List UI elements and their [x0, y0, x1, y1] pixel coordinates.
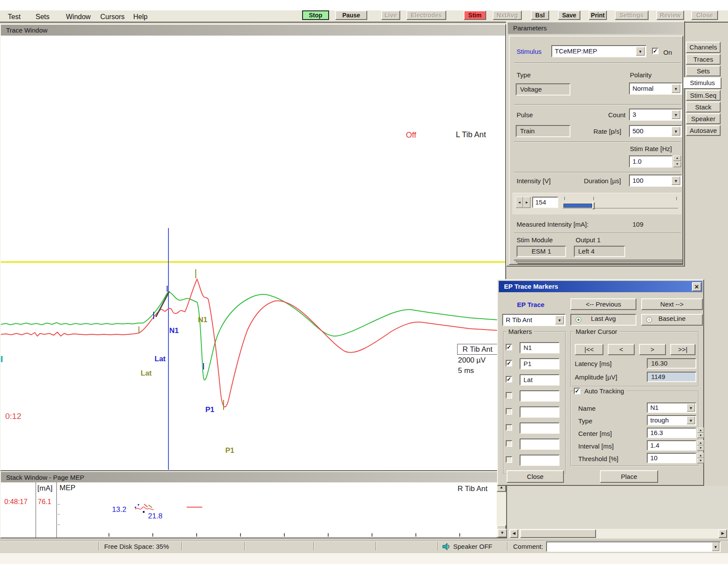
dropdown-arrow-icon[interactable]: ▼	[672, 84, 680, 93]
marker-checkbox-empty[interactable]	[506, 456, 512, 463]
scroll-left-arrow-icon[interactable]: ◀	[510, 529, 518, 538]
stimulus-combobox[interactable]: TCeMEP:MEP ▼	[551, 45, 646, 57]
avg-p1-marker-label[interactable]: P1	[205, 406, 214, 414]
dialog-close-button[interactable]: Close	[507, 470, 564, 483]
intensity-slider-thumb[interactable]	[592, 202, 595, 209]
selected-channel-label[interactable]: R Tib Ant	[457, 344, 498, 355]
last-avg-radio-button[interactable]: Last Avg	[570, 314, 636, 326]
auto-tracking-checkbox[interactable]	[574, 388, 580, 394]
speaker-status-label[interactable]: Speaker OFF	[453, 543, 492, 550]
spin-down-icon[interactable]: ▼	[697, 433, 704, 438]
marker-name-input-empty[interactable]	[520, 455, 560, 466]
dropdown-arrow-icon[interactable]: ▼	[712, 542, 719, 551]
baseline-radio-button[interactable]: BaseLine	[641, 314, 703, 326]
menu-sets[interactable]: Sets	[36, 13, 49, 21]
tab-speaker[interactable]: Speaker	[686, 113, 721, 124]
dropdown-arrow-icon[interactable]: ▼	[687, 416, 695, 424]
print-button[interactable]: Print	[589, 10, 607, 20]
speaker-icon[interactable]	[442, 542, 451, 551]
menu-test[interactable]: Test	[8, 13, 20, 21]
scroll-right-arrow-icon[interactable]: ▶	[718, 529, 727, 538]
spin-down-icon[interactable]: ▼	[673, 162, 681, 167]
tab-stim-seq[interactable]: Stim.Seq	[686, 90, 721, 101]
marker-name-input-empty[interactable]	[520, 390, 560, 402]
spin-down-icon[interactable]: ▼	[697, 445, 704, 451]
marker-checkbox-n1[interactable]	[506, 344, 512, 350]
dropdown-arrow-icon[interactable]: ▼	[672, 110, 680, 119]
cursor-last-button[interactable]: >>|	[670, 344, 695, 355]
marker-checkbox-empty[interactable]	[506, 408, 512, 415]
tab-traces[interactable]: Traces	[686, 54, 721, 65]
menu-cursors[interactable]: Cursors	[100, 13, 125, 21]
spin-left-icon[interactable]: ◂	[516, 197, 523, 208]
stimulus-on-checkbox[interactable]	[652, 48, 659, 54]
ep-trace-combobox[interactable]: R Tib Ant ▼	[502, 314, 566, 326]
tab-channels[interactable]: Channels	[686, 42, 721, 53]
place-button[interactable]: Place	[600, 470, 658, 483]
intensity-slider-track[interactable]	[563, 208, 678, 208]
tab-autosave[interactable]: Autosave	[686, 125, 721, 136]
bsl-button[interactable]: Bsl	[531, 10, 549, 20]
marker-checkbox-empty[interactable]	[506, 424, 512, 431]
cursor-next-button[interactable]: >	[639, 344, 666, 355]
horizontal-scrollbar-thumb[interactable]	[520, 529, 596, 538]
base-n1-marker-label[interactable]: N1	[198, 316, 208, 324]
horizontal-scrollbar[interactable]: ◀ ▶	[509, 529, 728, 538]
spin-up-icon[interactable]: ▲	[697, 453, 704, 458]
tab-stack[interactable]: Stack	[686, 102, 721, 112]
avg-lat-marker-label[interactable]: Lat	[155, 355, 166, 363]
center-input[interactable]: 16.3	[647, 428, 696, 438]
stack-row-time[interactable]: 0:48:17	[4, 498, 27, 506]
name-combobox[interactable]: N1 ▼	[647, 402, 696, 413]
spin-up-icon[interactable]: ▲	[697, 428, 704, 433]
dropdown-arrow-icon[interactable]: ▼	[687, 404, 695, 412]
dropdown-arrow-icon[interactable]: ▼	[672, 176, 680, 185]
interval-input[interactable]: 1.4	[647, 440, 696, 451]
stim-rate-input[interactable]: 1.0	[629, 155, 672, 168]
duration-combobox[interactable]: 100 ▼	[629, 175, 682, 187]
marker-checkbox-empty[interactable]	[506, 392, 512, 399]
avg-n1-marker-label[interactable]: N1	[169, 327, 179, 335]
close-x-icon[interactable]: ×	[692, 282, 702, 291]
spin-down-icon[interactable]: ▼	[697, 458, 704, 463]
cursor-first-button[interactable]: |<<	[575, 344, 603, 355]
polarity-combobox[interactable]: Normal ▼	[629, 82, 682, 95]
marker-checkbox-p1[interactable]	[506, 360, 512, 366]
comment-input[interactable]	[546, 541, 721, 552]
type-combobox[interactable]: trough ▼	[647, 415, 696, 425]
dropdown-arrow-icon[interactable]: ▼	[672, 127, 680, 135]
intensity-value-input[interactable]: 154	[532, 197, 558, 208]
base-lat-marker-label[interactable]: Lat	[141, 369, 152, 378]
tab-stimulus[interactable]: Stimulus	[683, 77, 721, 89]
next-button[interactable]: Next -->	[641, 298, 703, 310]
menu-help[interactable]: Help	[133, 13, 148, 21]
cursor-prev-button[interactable]: <	[608, 344, 635, 355]
marker-name-input-lat[interactable]: Lat	[520, 374, 560, 386]
dropdown-arrow-icon[interactable]: ▼	[636, 47, 645, 56]
marker-name-input-empty[interactable]	[520, 422, 560, 434]
marker-name-input-n1[interactable]: N1	[520, 342, 560, 353]
stim-button[interactable]: Stim	[464, 10, 486, 20]
stack-row-ma[interactable]: 76.1	[38, 498, 51, 506]
scroll-down-arrow-icon[interactable]: ▼	[497, 529, 507, 538]
base-p1-marker-label[interactable]: P1	[225, 446, 234, 455]
marker-checkbox-empty[interactable]	[506, 440, 512, 447]
channel-name-l-tib-ant[interactable]: L Tib Ant	[456, 130, 486, 139]
menu-window[interactable]: Window	[66, 13, 91, 21]
marker-name-input-empty[interactable]	[520, 406, 560, 418]
marker-name-input-p1[interactable]: P1	[520, 358, 560, 369]
previous-button[interactable]: <-- Previous	[570, 298, 636, 310]
marker-checkbox-lat[interactable]	[506, 376, 512, 383]
pause-button[interactable]: Pause	[335, 10, 367, 20]
threshold-input[interactable]: 10	[647, 453, 696, 463]
marker-name-input-empty[interactable]	[520, 439, 560, 450]
spin-up-icon[interactable]: ▲	[697, 440, 704, 445]
tab-sets[interactable]: Sets	[686, 66, 721, 76]
channel-status-off[interactable]: Off	[406, 131, 416, 140]
dropdown-arrow-icon[interactable]: ▼	[555, 316, 564, 324]
spin-right-icon[interactable]: ▸	[523, 197, 530, 208]
spin-up-icon[interactable]: ▲	[673, 155, 681, 161]
count-combobox[interactable]: 3 ▼	[629, 109, 682, 121]
rate-combobox[interactable]: 500 ▼	[629, 125, 682, 137]
save-button[interactable]: Save	[558, 10, 580, 20]
